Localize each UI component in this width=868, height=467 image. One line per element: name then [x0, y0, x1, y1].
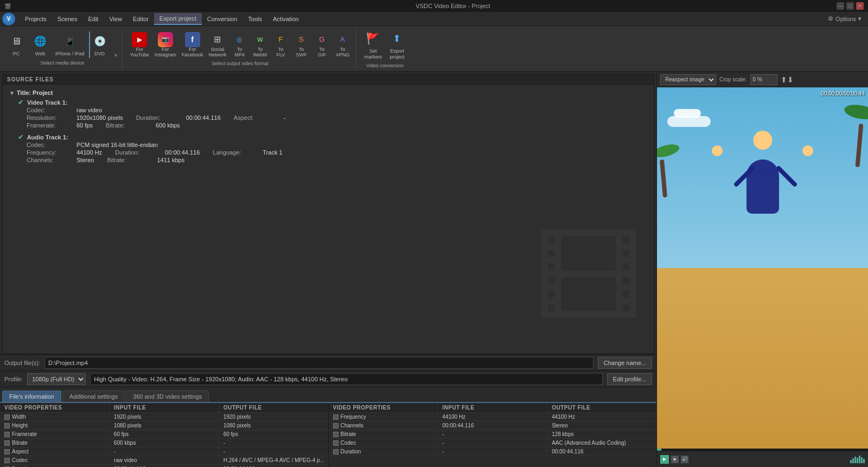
cloud1 — [667, 116, 711, 127]
crop-scale-input[interactable] — [750, 74, 777, 85]
table-row: Framerate 60 fps 60 fps — [0, 430, 328, 439]
video-properties-section: VIDEO PROPERTIES INPUT FILE OUTPUT FILE … — [0, 403, 329, 467]
menu-activation[interactable]: Activation — [267, 13, 304, 25]
prop-icon — [4, 414, 10, 420]
app: 🎬 VSDC Video Editor - Project — □ ✕ V Pr… — [0, 0, 868, 467]
toolbar-webm-btn[interactable]: W ToWebM — [251, 31, 269, 59]
prop-icon — [4, 432, 10, 437]
profile-row: Profile: 1080p (Full HD) High Quality - … — [0, 370, 656, 387]
table-row: Codec raw video H.264 / AVC / MPEG-4 AVC… — [0, 456, 328, 465]
gif-icon: G — [314, 32, 329, 47]
table-row: Channels 00:00:44.116 Stereo — [329, 421, 657, 430]
toolbar-dvd-btn[interactable]: 💿 DVD — [89, 31, 111, 58]
cloud2 — [674, 109, 701, 118]
tabs-bar: File's information Additional settings 3… — [0, 387, 656, 402]
play-button[interactable]: ▶ — [660, 455, 669, 464]
menu-tools[interactable]: Tools — [242, 13, 267, 25]
vol-bar-4 — [857, 458, 858, 463]
chevron-down-icon: ▾ — [858, 15, 861, 22]
toolbar-swf-btn[interactable]: S ToSWF — [292, 31, 310, 59]
toolbar-instagram-btn[interactable]: 📷 ForInstagram — [153, 31, 178, 59]
filmstrip-decoration: 🎞 — [534, 218, 643, 343]
toolbar-iphone-ipad-btn[interactable]: 📱 iPhone / iPad — [53, 31, 87, 58]
vol-bar-2 — [852, 458, 854, 463]
options-label[interactable]: Options — [835, 16, 856, 22]
toolbar-social-btn[interactable]: ⊞ SocialNetwork — [207, 31, 228, 59]
stop-button[interactable]: ■ — [671, 456, 679, 463]
vol-bar-6 — [861, 457, 863, 463]
audio-output-col-header: OUTPUT FILE — [547, 403, 656, 412]
crop-scale-spinner[interactable]: ⬆⬇ — [781, 75, 794, 84]
edit-profile-button[interactable]: Edit profile... — [607, 373, 652, 385]
toolbar-youtube-btn[interactable]: ▶ ForYouTube — [128, 31, 150, 59]
toolbar-facebook-btn[interactable]: f ForFacebook — [180, 31, 205, 59]
video-details-row2: Framerate: 60 fps Bitrate: 600 kbps — [7, 121, 649, 129]
device-dropdown-arrow[interactable]: ▼ — [113, 53, 119, 58]
maximize-button[interactable]: □ — [846, 2, 854, 10]
prop-icon — [4, 458, 10, 463]
mp4-icon: ◎ — [232, 32, 247, 47]
menu-export-project[interactable]: Export project — [154, 13, 202, 25]
toolbar-mp4-btn[interactable]: ◎ ToMP4 — [230, 31, 248, 59]
tab-files-information[interactable]: File's information — [2, 391, 61, 402]
menu-projects[interactable]: Projects — [20, 13, 52, 25]
tab-additional-settings[interactable]: Additional settings — [62, 391, 125, 402]
toolbar-flv-btn[interactable]: F ToFLV — [271, 31, 290, 59]
toolbar-pc-btn[interactable]: 🖥 PC — [5, 31, 27, 58]
options-area[interactable]: ⚙ Options ▾ — [828, 15, 866, 22]
audio-properties-section: VIDEO PROPERTIES INPUT FILE OUTPUT FILE … — [329, 403, 657, 467]
format-group: ▶ ForYouTube 📷 ForInstagram f ForFaceboo… — [124, 28, 356, 69]
reaspect-select[interactable]: Reaspect image — [660, 74, 716, 85]
menu-conversion[interactable]: Conversion — [202, 13, 243, 25]
audio-track-label: ✔ Audio Track 1: — [7, 133, 649, 141]
toolbar-web-btn[interactable]: 🌐 Web — [29, 31, 51, 58]
toolbar-set-markers-btn[interactable]: 🚩 Setmarkers — [362, 29, 384, 61]
instagram-icon: 📷 — [158, 32, 173, 47]
preview-toolbar: Reaspect image Crop scale: ⬆⬇ — [657, 72, 868, 87]
profile-select[interactable]: 1080p (Full HD) — [27, 373, 86, 385]
table-row: Aspect - - — [0, 447, 328, 456]
pc-icon: 🖥 — [8, 33, 25, 50]
flv-icon: F — [273, 32, 288, 47]
table-row: Bitrate 600 kbps - — [0, 439, 328, 447]
vol-bar-5 — [859, 456, 860, 463]
video-table-body: Width 1920 pixels 1920 pixels Height 108… — [0, 413, 328, 467]
menu-view[interactable]: View — [104, 13, 127, 25]
toolbar-apng-btn[interactable]: A ToAPNG — [333, 31, 352, 59]
tree-expand-arrow[interactable]: ▼ — [9, 90, 15, 96]
device-group: 🖥 PC 🌐 Web 📱 iPhone / iPad 💿 DVD ▼ — [2, 28, 123, 69]
tab-360-3d-settings[interactable]: 360 and 3D video settings — [126, 391, 209, 402]
table-row: Duration 00:00:44.116 00:00:44.116 — [0, 465, 328, 467]
output-label: Output file(s): — [4, 360, 40, 366]
profile-label: Profile: — [4, 376, 23, 382]
video-input-col-header: INPUT FILE — [110, 403, 219, 412]
menu-scenes[interactable]: Scenes — [52, 13, 83, 25]
video-codec-row: Codec: raw video — [7, 107, 649, 113]
sand-bg — [657, 268, 868, 449]
web-icon: 🌐 — [31, 33, 49, 50]
speaker-button[interactable]: 🔊 — [681, 456, 688, 463]
menu-edit[interactable]: Edit — [82, 13, 104, 25]
audio-details-row: Frequency: 44100 Hz Duration: 00:00:44.1… — [7, 149, 649, 156]
table-row: Height 1080 pixels 1080 pixels — [0, 421, 328, 430]
preview-image-area: 00:00:00/00:00:44 — [657, 87, 868, 449]
close-button[interactable]: ✕ — [856, 2, 864, 10]
toolbar-export-project-btn[interactable]: ⬆ Exportproject — [386, 29, 408, 61]
preview-panel: Reaspect image Crop scale: ⬆⬇ — [656, 72, 868, 467]
prop-icon — [4, 449, 10, 455]
settings-icon: ⚙ — [828, 15, 833, 22]
social-icon: ⊞ — [210, 32, 225, 47]
menu-editor[interactable]: Editor — [127, 13, 154, 25]
titlebar: 🎬 VSDC Video Editor - Project — □ ✕ — [0, 0, 868, 12]
toolbar-gif-btn[interactable]: G ToGIF — [312, 31, 331, 59]
apng-icon: A — [335, 32, 350, 47]
output-file-input[interactable] — [44, 357, 593, 369]
prop-icon — [333, 414, 339, 420]
audio-props-col-header: VIDEO PROPERTIES — [329, 403, 438, 412]
audio-codec-row: Codec: PCM signed 16-bit little-endian — [7, 142, 649, 148]
swf-icon: S — [293, 32, 309, 47]
audio-input-col-header: INPUT FILE — [438, 403, 547, 412]
change-name-button[interactable]: Change name... — [598, 357, 652, 369]
source-panel: SOURCE FILES ▼ Title: Project ✔ Video Tr… — [2, 74, 654, 354]
minimize-button[interactable]: — — [837, 2, 844, 10]
